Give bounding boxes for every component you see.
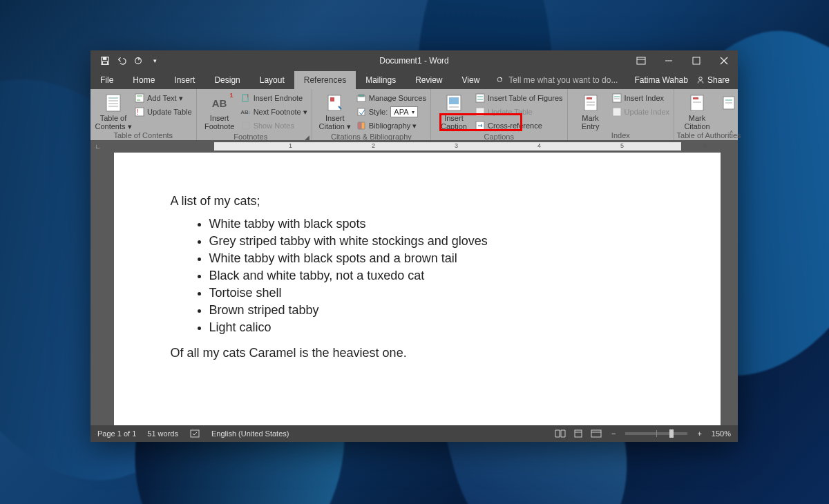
caption-icon	[444, 93, 464, 113]
tab-file[interactable]: File	[90, 71, 123, 89]
maximize-icon[interactable]	[683, 50, 710, 71]
title-bar: ▾ Document1 - Word	[90, 50, 738, 71]
insert-caption-button[interactable]: Insert Caption	[435, 92, 473, 130]
citation-style-dropdown[interactable]: Style: APA▾	[356, 106, 426, 118]
toc-icon	[104, 93, 123, 113]
cross-reference-icon	[475, 121, 485, 130]
svg-point-11	[699, 77, 703, 81]
list-item[interactable]: Black and white tabby, not a tuxedo cat	[209, 267, 664, 284]
bibliography-button[interactable]: Bibliography ▾	[356, 119, 426, 132]
svg-rect-24	[242, 122, 249, 129]
tab-home[interactable]: Home	[123, 71, 164, 89]
zoom-out-icon[interactable]: −	[609, 429, 618, 438]
list-item[interactable]: Tortoise shell	[209, 284, 664, 302]
table-figures-icon	[475, 93, 485, 103]
close-icon[interactable]	[710, 50, 738, 71]
doc-intro-paragraph[interactable]: A list of my cats;	[171, 194, 664, 209]
horizontal-ruler[interactable]: ∟ 1 2 3 4 5 6	[90, 140, 738, 153]
citation-icon	[325, 93, 345, 113]
signed-in-user[interactable]: Fatima Wahab	[634, 75, 688, 85]
print-layout-icon[interactable]	[573, 429, 584, 438]
zoom-level[interactable]: 150%	[712, 429, 731, 438]
save-icon[interactable]	[100, 56, 110, 66]
svg-rect-45	[613, 108, 621, 116]
list-item[interactable]: White tabby with black spots	[209, 215, 664, 233]
svg-text:i: i	[247, 93, 249, 98]
spellcheck-icon[interactable]	[189, 429, 200, 438]
svg-text:!: !	[137, 108, 139, 116]
tab-design[interactable]: Design	[204, 71, 249, 89]
add-text-button[interactable]: Add Text ▾	[135, 92, 192, 104]
read-mode-icon[interactable]	[555, 429, 566, 438]
table-of-contents-button[interactable]: Table of Contents ▾	[95, 92, 132, 130]
document-area: A list of my cats; White tabby with blac…	[90, 153, 738, 425]
svg-rect-26	[330, 97, 334, 101]
svg-rect-36	[476, 108, 484, 116]
zoom-slider[interactable]	[625, 432, 687, 435]
update-table2-icon	[475, 107, 485, 117]
update-table-icon: !	[135, 107, 144, 117]
word-window: ▾ Document1 - Word File Home Insert Desi…	[90, 50, 738, 442]
mark-citation-button[interactable]: Mark Citation	[678, 92, 716, 130]
redo-icon[interactable]	[133, 56, 143, 66]
svg-point-3	[135, 58, 142, 64]
mark-entry-button[interactable]: Mark Entry	[572, 92, 609, 130]
svg-rect-1	[103, 57, 106, 60]
ribbon-display-options-icon[interactable]	[627, 50, 655, 71]
update-captions-table-button[interactable]: Update Table	[475, 106, 563, 118]
svg-rect-39	[587, 97, 592, 99]
insert-index-button[interactable]: Insert Index	[612, 92, 669, 104]
tab-review[interactable]: Review	[406, 71, 452, 89]
update-index-button[interactable]: Update Index	[612, 106, 669, 118]
undo-icon[interactable]	[117, 56, 126, 66]
show-notes-button[interactable]: Show Notes	[241, 119, 307, 132]
share-button[interactable]: Share	[696, 75, 730, 85]
svg-rect-52	[191, 430, 199, 437]
manage-sources-button[interactable]: Manage Sources	[356, 92, 426, 104]
insert-endnote-button[interactable]: iInsert Endnote	[241, 92, 307, 104]
cross-reference-button[interactable]: Cross-reference	[475, 119, 563, 132]
group-captions: Insert Caption Insert Table of Figures U…	[431, 89, 568, 140]
collapse-ribbon-icon[interactable]: ˄	[730, 130, 734, 139]
tab-references[interactable]: References	[294, 71, 356, 89]
group-index: Mark Entry Insert Index Update Index Ind…	[568, 89, 674, 140]
svg-rect-17	[135, 94, 144, 102]
qat-dropdown-icon[interactable]: ▾	[150, 56, 160, 66]
status-language[interactable]: English (United States)	[211, 429, 289, 438]
status-bar: Page 1 of 1 51 words English (United Sta…	[90, 425, 738, 442]
doc-outro-paragraph[interactable]: Of all my cats Caramel is the heaviest o…	[171, 346, 664, 360]
tab-insert[interactable]: Insert	[164, 71, 204, 89]
svg-rect-31	[449, 97, 459, 104]
tell-me-search[interactable]: Tell me what you want to do...	[489, 71, 618, 89]
minimize-icon[interactable]	[655, 50, 683, 71]
web-layout-icon[interactable]	[591, 429, 602, 438]
svg-rect-53	[575, 430, 582, 437]
list-item[interactable]: Grey striped tabby with white stockings …	[209, 233, 664, 250]
group-citations: Insert Citation ▾ Manage Sources Style: …	[312, 89, 431, 140]
window-title: Document1 - Word	[379, 56, 448, 66]
add-text-icon	[135, 93, 144, 103]
list-item[interactable]: White tabby with black spots and a brown…	[209, 250, 664, 267]
insert-footnote-button[interactable]: AB1 Insert Footnote	[201, 92, 238, 130]
insert-table-of-authorities-button[interactable]	[718, 92, 739, 113]
document-page[interactable]: A list of my cats; White tabby with blac…	[114, 153, 721, 425]
update-table-button[interactable]: !Update Table	[135, 106, 192, 118]
svg-rect-47	[693, 97, 698, 99]
svg-rect-7	[693, 57, 700, 64]
tab-layout[interactable]: Layout	[250, 71, 294, 89]
footnote-icon: AB1	[210, 93, 229, 113]
next-footnote-button[interactable]: AB↓Next Footnote ▾	[241, 106, 307, 118]
status-page[interactable]: Page 1 of 1	[97, 429, 136, 438]
vertical-ruler[interactable]	[90, 153, 103, 425]
svg-rect-2	[103, 61, 108, 64]
insert-table-of-figures-button[interactable]: Insert Table of Figures	[475, 92, 563, 104]
tab-mailings[interactable]: Mailings	[356, 71, 406, 89]
list-item[interactable]: Brown striped tabby	[209, 302, 664, 319]
list-item[interactable]: Light calico	[209, 319, 664, 336]
insert-citation-button[interactable]: Insert Citation ▾	[316, 92, 354, 130]
zoom-in-icon[interactable]: +	[694, 429, 704, 438]
tab-view[interactable]: View	[452, 71, 490, 89]
svg-rect-12	[106, 95, 120, 111]
status-word-count[interactable]: 51 words	[147, 429, 178, 438]
doc-bullet-list[interactable]: White tabby with black spots Grey stripe…	[171, 215, 664, 336]
